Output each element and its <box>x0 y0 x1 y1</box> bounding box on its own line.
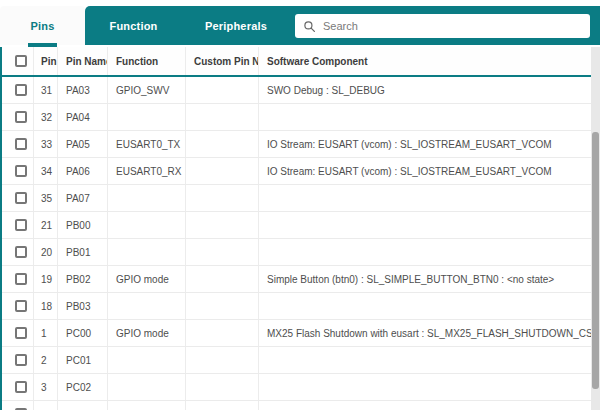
cell-func: EUSART0_TX <box>107 131 185 157</box>
cell-pin: 32 <box>33 104 57 130</box>
cell-pin: 18 <box>33 293 57 319</box>
cell-custom <box>185 374 258 400</box>
row-select-cell <box>2 347 33 373</box>
row-checkbox[interactable] <box>15 219 27 231</box>
table-row[interactable]: 3PC02 <box>2 374 591 401</box>
cell-component <box>258 293 591 319</box>
row-checkbox[interactable] <box>15 381 27 393</box>
table-row[interactable]: 34PA06EUSART0_RXIO Stream: EUSART (vcom)… <box>2 158 591 185</box>
table-row[interactable]: 32PA04 <box>2 104 591 131</box>
cell-component: MX25 Flash Shutdown with eusart : SL_MX2… <box>258 320 591 346</box>
row-checkbox[interactable] <box>15 84 27 96</box>
table-row[interactable]: 2PC01 <box>2 347 591 374</box>
row-checkbox[interactable] <box>15 138 27 150</box>
cell-component <box>258 239 591 265</box>
cell-component: IO Stream: EUSART (vcom) : SL_IOSTREAM_E… <box>258 158 591 184</box>
cell-custom <box>185 158 258 184</box>
row-select-cell <box>2 293 33 319</box>
cell-func <box>107 212 185 238</box>
row-checkbox[interactable] <box>15 111 27 123</box>
cell-func: GPIO mode <box>107 266 185 292</box>
cell-func: GPIO mode <box>107 320 185 346</box>
tab-peripherals-label: Peripherals <box>205 20 267 32</box>
vertical-scrollbar[interactable] <box>591 47 600 410</box>
cell-func <box>107 374 185 400</box>
cell-pin: 31 <box>33 77 57 103</box>
cell-name: PB00 <box>57 212 107 238</box>
row-checkbox[interactable] <box>15 300 27 312</box>
cell-pin: 4 <box>33 401 57 410</box>
cell-func <box>107 104 185 130</box>
row-select-cell <box>2 131 33 157</box>
table-row[interactable]: 35PA07 <box>2 185 591 212</box>
table-row[interactable]: 1PC00GPIO modeMX25 Flash Shutdown with e… <box>2 320 591 347</box>
row-checkbox[interactable] <box>15 192 27 204</box>
cell-func <box>107 347 185 373</box>
tab-peripherals[interactable]: Peripherals <box>182 6 290 45</box>
column-header-function[interactable]: Function <box>107 47 185 75</box>
search-box <box>295 14 590 38</box>
column-header-pin-name-label: Pin Name <box>66 56 107 67</box>
column-header-custom-pin-name-label: Custom Pin Name <box>194 56 258 67</box>
select-all-cell <box>2 47 33 75</box>
column-header-software-component-label: Software Component <box>267 56 368 67</box>
scrollbar-thumb[interactable] <box>592 132 599 389</box>
search-input[interactable] <box>323 20 582 32</box>
row-checkbox[interactable] <box>15 354 27 366</box>
cell-name: PB03 <box>57 293 107 319</box>
table-row[interactable]: 20PB01 <box>2 239 591 266</box>
pins-table: Pin # Pin Name ↑ Function Custom Pin Nam… <box>0 47 591 410</box>
row-checkbox[interactable] <box>15 165 27 177</box>
row-select-cell <box>2 320 33 346</box>
row-select-cell <box>2 77 33 103</box>
cell-name: PC02 <box>57 374 107 400</box>
cell-component: IO Stream: EUSART (vcom) : SL_IOSTREAM_E… <box>258 131 591 157</box>
cell-component <box>258 401 591 410</box>
cell-custom <box>185 131 258 157</box>
tab-pins[interactable]: Pins <box>0 6 85 45</box>
cell-func <box>107 401 185 410</box>
select-all-checkbox[interactable] <box>15 55 27 67</box>
row-checkbox[interactable] <box>15 327 27 339</box>
cell-custom <box>185 212 258 238</box>
table-row[interactable]: 31PA03GPIO_SWVSWO Debug : SL_DEBUG <box>2 77 591 104</box>
cell-func <box>107 293 185 319</box>
cell-func: EUSART0_RX <box>107 158 185 184</box>
cell-custom <box>185 77 258 103</box>
cell-component: SWO Debug : SL_DEBUG <box>258 77 591 103</box>
cell-custom <box>185 401 258 410</box>
table-row[interactable]: 18PB03 <box>2 293 591 320</box>
row-checkbox[interactable] <box>15 273 27 285</box>
cell-component <box>258 347 591 373</box>
table-row[interactable]: 4PC03 <box>2 401 591 410</box>
cell-pin: 34 <box>33 158 57 184</box>
tab-function[interactable]: Function <box>85 6 182 45</box>
cell-func: GPIO_SWV <box>107 77 185 103</box>
cell-name: PB02 <box>57 266 107 292</box>
row-select-cell <box>2 239 33 265</box>
cell-pin: 3 <box>33 374 57 400</box>
cell-pin: 2 <box>33 347 57 373</box>
column-header-software-component[interactable]: Software Component <box>258 47 591 75</box>
row-checkbox[interactable] <box>15 246 27 258</box>
row-select-cell <box>2 158 33 184</box>
cell-pin: 1 <box>33 320 57 346</box>
cell-custom <box>185 104 258 130</box>
cell-pin: 21 <box>33 212 57 238</box>
cell-pin: 20 <box>33 239 57 265</box>
table-row[interactable]: 21PB00 <box>2 212 591 239</box>
column-header-pin-name[interactable]: Pin Name ↑ <box>57 47 107 75</box>
cell-custom <box>185 347 258 373</box>
cell-pin: 19 <box>33 266 57 292</box>
column-header-custom-pin-name[interactable]: Custom Pin Name <box>185 47 258 75</box>
cell-component <box>258 104 591 130</box>
column-header-pin-number[interactable]: Pin # <box>33 47 57 75</box>
row-select-cell <box>2 212 33 238</box>
search-icon <box>303 20 316 33</box>
cell-func <box>107 239 185 265</box>
row-select-cell <box>2 374 33 400</box>
table-row[interactable]: 33PA05EUSART0_TXIO Stream: EUSART (vcom)… <box>2 131 591 158</box>
cell-name: PA03 <box>57 77 107 103</box>
cell-name: PB01 <box>57 239 107 265</box>
table-row[interactable]: 19PB02GPIO modeSimple Button (btn0) : SL… <box>2 266 591 293</box>
